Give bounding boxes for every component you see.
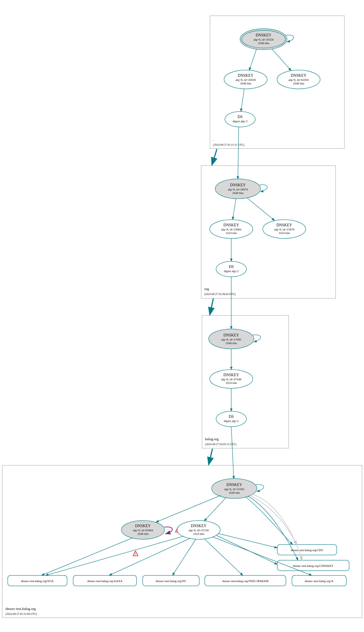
svg-text:2048 bits: 2048 bits [137, 532, 149, 535]
rrset-cdnskey: dnssec-test.balug.org/CDNSKEY [277, 560, 349, 571]
edge-org-to-balug-box [210, 299, 213, 315]
svg-text:alg=8, id=15678: alg=8, id=15678 [274, 228, 294, 231]
root-zsk-61050: DNSKEY alg=8, id=61050 2048 bits [277, 70, 320, 89]
zone-dt-box [2, 465, 362, 618]
root-zsk-20038: DNSKEY alg=8, id=20038 2048 bits [224, 70, 267, 89]
svg-point-13 [225, 111, 255, 127]
svg-text:DNSKEY: DNSKEY [227, 483, 242, 487]
svg-text:alg=8, id=63404: alg=8, id=63404 [133, 529, 153, 532]
svg-text:DS: DS [229, 265, 234, 269]
svg-text:DNSKEY: DNSKEY [224, 223, 239, 227]
svg-text:alg=8, id=55585: alg=8, id=55585 [224, 487, 245, 491]
edge-47230-cdnskey [217, 535, 277, 564]
svg-text:2048 bits: 2048 bits [226, 341, 237, 345]
svg-text:dnssec-test.balug.org/NSEC3PAR: dnssec-test.balug.org/NSEC3PARAM [222, 579, 269, 583]
svg-text:alg=8, id=47230: alg=8, id=47230 [189, 529, 209, 532]
edge-orgksk-zsk0 [233, 198, 236, 220]
edge-47230-ns [172, 539, 196, 575]
zone-root-ts: (2024-09-27 01:11:11 UTC) [213, 143, 244, 147]
svg-text:1024 bits: 1024 bits [279, 231, 290, 235]
svg-text:DNSKEY: DNSKEY [291, 73, 307, 78]
zone-dt-name: dnssec-test.balug.org [6, 607, 36, 611]
svg-text:DNSKEY: DNSKEY [135, 524, 151, 528]
edge-47230-soa [46, 536, 184, 575]
svg-text:dnssec-test.balug.org/CDNSKEY: dnssec-test.balug.org/CDNSKEY [293, 564, 334, 567]
zone-balug-ts: (2024-09-27 03:05:13 UTC) [205, 443, 237, 446]
zone-dt-ts: (2024-09-27 05:31:09 UTC) [6, 612, 37, 616]
svg-text:dnssec-test.balug.org/AAAA: dnssec-test.balug.org/AAAA [87, 579, 123, 583]
svg-text:!: ! [135, 552, 136, 556]
rrset-aaaa: dnssec-test.balug.org/AAAA [73, 575, 137, 586]
org-ds: DS digest alg=2 [216, 261, 246, 277]
root-ds: DS digest alg=2 [225, 111, 255, 127]
svg-point-28 [216, 261, 246, 277]
edge-balug-to-dt-box [209, 449, 212, 465]
svg-text:alg=8, id=23064: alg=8, id=23064 [221, 228, 241, 231]
svg-text:alg=8, id=61050: alg=8, id=61050 [289, 78, 309, 81]
svg-text:DNSKEY: DNSKEY [224, 333, 239, 337]
svg-text:2048 bits: 2048 bits [229, 491, 240, 494]
edge-rootds-orgksk [238, 127, 239, 179]
edge-rootksk-zsk0 [249, 49, 257, 70]
edge-orgksk-zsk1 [247, 198, 275, 221]
svg-text:alg=8, id=20326: alg=8, id=20326 [254, 38, 274, 41]
svg-text:1024 bits: 1024 bits [226, 231, 237, 235]
svg-point-39 [216, 411, 246, 427]
balug-ksk: DNSKEY alg=8, id=17095 2048 bits [209, 329, 254, 349]
svg-text:alg=8, id=26974: alg=8, id=26974 [228, 188, 248, 191]
svg-text:dnssec-test.balug.org/A: dnssec-test.balug.org/A [305, 579, 333, 583]
warning-icon: ! [133, 551, 138, 556]
zone-org-ts: (2024-09-27 02:49:44 UTC) [204, 293, 236, 296]
svg-text:1024 bits: 1024 bits [226, 381, 237, 384]
edge-63404-soa [41, 538, 132, 575]
edge-dtksk-zsk0 [156, 495, 221, 522]
svg-text:dnssec-test.balug.org/CDS: dnssec-test.balug.org/CDS [291, 548, 323, 552]
edge-root-to-org-box [212, 149, 217, 165]
svg-text:alg=8, id=17095: alg=8, id=17095 [221, 338, 241, 341]
svg-text:alg=8, id=20038: alg=8, id=20038 [236, 78, 256, 81]
svg-text:DNSKEY: DNSKEY [191, 524, 207, 528]
dt-zsk-63404: DNSKEY alg=8, id=63404 2048 bits [121, 521, 164, 539]
svg-text:DNSKEY: DNSKEY [238, 73, 254, 78]
svg-text:dnssec-test.balug.org/SOA: dnssec-test.balug.org/SOA [21, 579, 54, 583]
rrset-soa: dnssec-test.balug.org/SOA [8, 575, 67, 586]
edge-47230-cds [218, 533, 277, 548]
dnssec-chain-diagram: . (2024-09-27 01:11:11 UTC) DNSKEY alg=8… [0, 0, 364, 632]
edge-rootzsk-ds [241, 89, 244, 111]
edge-47230-a [212, 537, 312, 575]
org-zsk-23064: DNSKEY alg=8, id=23064 1024 bits [210, 220, 253, 238]
rrset-nsec3param: dnssec-test.balug.org/NSEC3PARAM [205, 575, 286, 586]
balug-zsk-47448: DNSKEY alg=8, id=47448 1024 bits [210, 370, 253, 388]
org-zsk-15678: DNSKEY alg=8, id=15678 1024 bits [263, 220, 306, 238]
rrset-ns: dnssec-test.balug.org/NS [143, 575, 199, 586]
svg-text:2048 bits: 2048 bits [232, 191, 244, 195]
balug-ds: DS digest alg=2 [216, 411, 246, 427]
svg-text:DNSKEY: DNSKEY [277, 223, 292, 227]
rrset-cds: dnssec-test.balug.org/CDS [277, 545, 337, 555]
zone-root-name: . [213, 137, 214, 142]
svg-text:DS: DS [229, 415, 234, 419]
edge-balugds-dtksk [231, 427, 234, 479]
svg-text:digest alg=2: digest alg=2 [224, 419, 239, 423]
svg-text:2048 bits: 2048 bits [240, 82, 251, 85]
root-ksk: DNSKEY alg=8, id=20326 2048 bits [240, 29, 287, 50]
svg-text:2048 bits: 2048 bits [293, 82, 304, 85]
org-ksk: DNSKEY alg=8, id=26974 2048 bits [215, 179, 261, 199]
svg-text:1024 bits: 1024 bits [193, 532, 204, 535]
zone-balug-name: balug.org [205, 437, 219, 441]
svg-text:DNSKEY: DNSKEY [224, 373, 239, 377]
svg-text:DNSKEY: DNSKEY [256, 33, 272, 37]
rrset-a: dnssec-test.balug.org/A [292, 575, 346, 586]
svg-text:DNSKEY: DNSKEY [230, 183, 246, 187]
svg-text:digest alg=2: digest alg=2 [224, 269, 239, 273]
svg-text:dnssec-test.balug.org/NS: dnssec-test.balug.org/NS [156, 579, 186, 583]
dt-zsk-47230: DNSKEY alg=8, id=47230 1024 bits [177, 521, 220, 539]
svg-text:2048 bits: 2048 bits [258, 41, 269, 45]
dt-zsk-63404-selfloop [164, 527, 172, 534]
edge-47230-nsec3 [204, 539, 243, 575]
svg-text:digest alg=2: digest alg=2 [233, 120, 248, 123]
svg-text:alg=8, id=47448: alg=8, id=47448 [221, 378, 241, 381]
edge-rootksk-zsk1 [272, 49, 291, 71]
edge-47230-aaaa [109, 538, 190, 575]
svg-text:DS: DS [238, 115, 243, 119]
